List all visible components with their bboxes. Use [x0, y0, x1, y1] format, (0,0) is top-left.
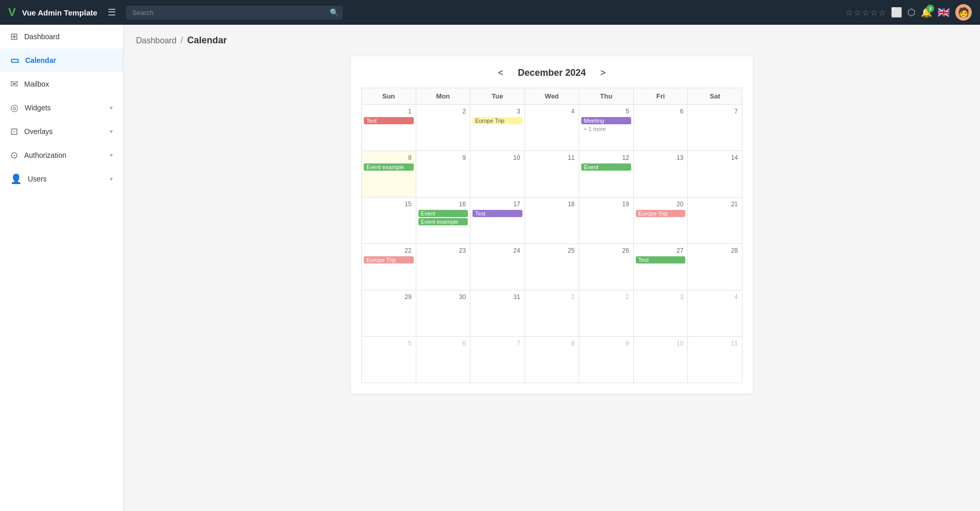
day-number: 25	[527, 246, 577, 256]
event-bar[interactable]: Europe Trip	[472, 117, 522, 124]
day-number: 2	[581, 292, 631, 303]
table-row: 1 Test 2 3 Europe Trip 4	[362, 105, 742, 151]
day-number: 11	[527, 153, 577, 163]
event-more[interactable]: + 1 more	[581, 125, 631, 133]
calendar-cell: 13	[633, 151, 688, 197]
day-number: 3	[472, 107, 522, 117]
day-number: 12	[581, 153, 631, 163]
sidebar-item-label: Authorization	[24, 151, 66, 159]
star-ratings: ☆ ☆ ☆ ☆ ☆	[846, 8, 886, 18]
calendar-cell: 11	[688, 337, 742, 383]
calendar-cell: 7	[688, 105, 742, 151]
event-bar[interactable]: Europe Trip	[364, 256, 414, 263]
day-number: 4	[690, 292, 740, 303]
event-bar[interactable]: Event example	[418, 218, 468, 225]
calendar-cell: 11	[525, 151, 579, 197]
calendar-cell: 2	[416, 105, 470, 151]
users-icon: 👤	[10, 173, 22, 185]
col-thu: Thu	[579, 88, 634, 105]
calendar-cell: 5	[362, 337, 416, 383]
star-5[interactable]: ☆	[878, 8, 886, 18]
table-row: 15 16 Event Event example 17 Test 18	[362, 197, 742, 244]
col-sun: Sun	[362, 88, 416, 105]
sidebar-item-dashboard[interactable]: ⊞ Dashboard	[0, 25, 123, 48]
calendar-cell: 4	[688, 290, 742, 337]
calendar-cell: 15	[362, 197, 416, 244]
avatar[interactable]: 🧑	[955, 4, 972, 21]
main-content: Dashboard / Calendar < December 2024 > S…	[124, 25, 980, 511]
day-number: 1	[527, 292, 577, 303]
event-bar[interactable]: Event	[418, 210, 468, 217]
calendar-cell: 19	[579, 197, 634, 244]
calendar-cell: 7	[470, 337, 525, 383]
calendar-cell: 26	[579, 244, 634, 290]
navbar: V Vue Admin Template ☰ 🔍 ☆ ☆ ☆ ☆ ☆ ⬜ ⬡ 🔔…	[0, 0, 980, 25]
sidebar-item-label: Dashboard	[24, 32, 60, 41]
next-month-button[interactable]: >	[596, 67, 610, 79]
sidebar-item-mailbox[interactable]: ✉ Mailbox	[0, 72, 123, 96]
sidebar-item-label: Calendar	[25, 56, 56, 64]
event-bar[interactable]: Test	[472, 210, 522, 217]
calendar-cell: 3 Europe Trip	[470, 105, 525, 151]
day-number: 18	[527, 200, 577, 210]
day-number: 30	[418, 292, 468, 303]
calendar-cell: 23	[416, 244, 470, 290]
table-row: 22 Europe Trip 23 24 25 26	[362, 244, 742, 290]
edit-icon[interactable]: ⬜	[891, 7, 902, 18]
hamburger-icon[interactable]: ☰	[108, 7, 116, 18]
calendar-cell: 31	[470, 290, 525, 337]
search-input[interactable]	[126, 6, 343, 20]
breadcrumb-separator: /	[180, 35, 183, 46]
github-icon[interactable]: ⬡	[907, 7, 916, 18]
widgets-icon: ◎	[10, 102, 19, 113]
calendar-cell: 8	[525, 337, 579, 383]
day-number: 15	[364, 200, 414, 210]
calendar-cell: 18	[525, 197, 579, 244]
search-icon[interactable]: 🔍	[330, 8, 339, 17]
calendar-cell: 16 Event Event example	[416, 197, 470, 244]
day-number: 16	[418, 200, 468, 210]
star-3[interactable]: ☆	[862, 8, 869, 18]
language-flag[interactable]: 🇬🇧	[937, 6, 950, 19]
sidebar-item-users[interactable]: 👤 Users ▾	[0, 167, 123, 191]
prev-month-button[interactable]: <	[494, 67, 508, 79]
event-bar[interactable]: Europe Trip	[636, 210, 686, 217]
authorization-icon: ⊙	[10, 150, 18, 161]
star-1[interactable]: ☆	[846, 8, 853, 18]
sidebar-item-label: Mailbox	[24, 80, 49, 88]
day-number: 7	[690, 107, 740, 117]
app-title: Vue Admin Template	[22, 8, 97, 17]
event-bar[interactable]: Test	[636, 256, 686, 263]
sidebar: ⊞ Dashboard ▭ Calendar ✉ Mailbox ◎ Widge…	[0, 25, 124, 511]
notification-bell[interactable]: 🔔 3	[921, 7, 932, 18]
sidebar-item-widgets[interactable]: ◎ Widgets ▾	[0, 96, 123, 120]
sidebar-item-overlays[interactable]: ⊡ Overlays ▾	[0, 120, 123, 143]
calendar-cell: 2	[579, 290, 634, 337]
event-bar[interactable]: Event example	[364, 163, 414, 171]
sidebar-item-calendar[interactable]: ▭ Calendar	[0, 48, 123, 72]
sidebar-item-authorization[interactable]: ⊙ Authorization ▾	[0, 143, 123, 167]
calendar-cell: 20 Europe Trip	[633, 197, 688, 244]
day-number: 9	[418, 153, 468, 163]
star-4[interactable]: ☆	[870, 8, 877, 18]
calendar-cell: 4	[525, 105, 579, 151]
calendar-cell: 17 Test	[470, 197, 525, 244]
event-bar[interactable]: Test	[364, 117, 414, 124]
col-wed: Wed	[525, 88, 579, 105]
event-bar[interactable]: Meeting	[581, 117, 631, 124]
calendar-cell: 27 Test	[633, 244, 688, 290]
day-number: 5	[581, 107, 631, 117]
breadcrumb-link[interactable]: Dashboard	[136, 36, 176, 45]
calendar-header: < December 2024 >	[361, 67, 742, 79]
calendar-cell: 8 Event example	[362, 151, 416, 197]
day-number: 31	[472, 292, 522, 303]
sidebar-item-label: Users	[28, 175, 47, 183]
calendar-card: < December 2024 > Sun Mon Tue Wed Thu Fr…	[351, 56, 753, 393]
star-2[interactable]: ☆	[854, 8, 861, 18]
day-number: 19	[581, 200, 631, 210]
day-number: 4	[527, 107, 577, 117]
event-bar[interactable]: Event	[581, 163, 631, 171]
calendar-cell: 9	[416, 151, 470, 197]
chevron-down-icon: ▾	[110, 104, 113, 111]
search-bar: 🔍	[126, 6, 343, 20]
